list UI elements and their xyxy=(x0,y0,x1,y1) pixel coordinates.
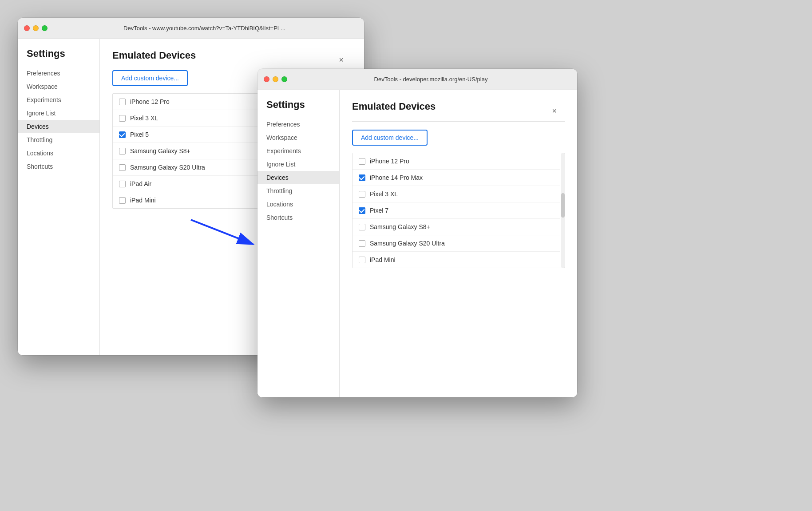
traffic-lights-back xyxy=(24,25,48,31)
close-settings-front[interactable]: × xyxy=(552,107,557,115)
sidebar-item-throttling-front[interactable]: Throttling xyxy=(257,184,339,198)
checkbox-iphone12pro-back[interactable] xyxy=(119,99,126,105)
checkbox-ipadmini-front[interactable] xyxy=(359,257,365,263)
sidebar-back: Settings Preferences Workspace Experimen… xyxy=(18,39,100,355)
checkbox-ipadmini-back[interactable] xyxy=(119,197,126,204)
checkbox-pixel3xl-front[interactable] xyxy=(359,191,365,198)
sidebar-front: Settings Preferences Workspace Experimen… xyxy=(257,90,340,397)
sidebar-item-experiments-front[interactable]: Experiments xyxy=(257,144,339,158)
scrollbar-thumb-front xyxy=(561,193,565,218)
close-button-front[interactable] xyxy=(264,76,269,82)
sidebar-item-ignore-list-front[interactable]: Ignore List xyxy=(257,158,339,171)
device-name-front-2: Pixel 3 XL xyxy=(370,190,398,198)
device-name-back-1: Pixel 3 XL xyxy=(130,115,158,122)
window-title-front: DevTools - developer.mozilla.org/en-US/p… xyxy=(291,76,571,83)
device-name-front-5: Samsung Galaxy S20 Ultra xyxy=(370,240,445,247)
minimize-button-front[interactable] xyxy=(273,76,278,82)
sidebar-item-experiments-back[interactable]: Experiments xyxy=(18,93,99,107)
device-name-front-1: iPhone 14 Pro Max xyxy=(370,174,423,181)
settings-heading-back: Settings xyxy=(18,48,99,67)
checkbox-iphone12pro-front[interactable] xyxy=(359,158,365,165)
device-name-front-4: Samsung Galaxy S8+ xyxy=(370,223,430,230)
sidebar-item-ignore-list-back[interactable]: Ignore List xyxy=(18,107,99,120)
close-settings-back[interactable]: × xyxy=(339,56,344,64)
checkbox-samsungs20-back[interactable] xyxy=(119,164,126,171)
device-item-front-6: iPad Mini xyxy=(353,252,560,268)
checkbox-samsungs20-front[interactable] xyxy=(359,240,365,247)
add-custom-device-button-front[interactable]: Add custom device... xyxy=(352,130,428,146)
sidebar-item-preferences-front[interactable]: Preferences xyxy=(257,118,339,131)
settings-heading-front: Settings xyxy=(257,99,339,118)
device-name-front-6: iPad Mini xyxy=(370,256,396,263)
checkbox-samsungs8-front[interactable] xyxy=(359,224,365,230)
sidebar-item-workspace-back[interactable]: Workspace xyxy=(18,80,99,93)
sidebar-item-locations-back[interactable]: Locations xyxy=(18,147,99,160)
checkbox-pixel7-front[interactable] xyxy=(359,207,365,214)
sidebar-item-locations-front[interactable]: Locations xyxy=(257,198,339,211)
sidebar-item-shortcuts-back[interactable]: Shortcuts xyxy=(18,160,99,173)
emulated-devices-heading-back: Emulated Devices xyxy=(112,50,352,61)
devtools-body-front: Settings Preferences Workspace Experimen… xyxy=(257,90,577,397)
window-front: DevTools - developer.mozilla.org/en-US/p… xyxy=(257,69,577,397)
checkbox-samsungs8-back[interactable] xyxy=(119,148,126,154)
device-name-back-2: Pixel 5 xyxy=(130,131,149,138)
minimize-button-back[interactable] xyxy=(33,25,39,31)
device-name-front-0: iPhone 12 Pro xyxy=(370,158,409,165)
emulated-devices-heading-front: Emulated Devices xyxy=(352,101,565,112)
device-name-back-0: iPhone 12 Pro xyxy=(130,98,170,105)
device-list-front: iPhone 12 Pro iPhone 14 Pro Max Pixel 3 … xyxy=(352,153,565,268)
device-name-back-4: Samsung Galaxy S20 Ultra xyxy=(130,164,205,171)
heading-separator-front xyxy=(352,121,565,122)
device-list-container-front: iPhone 12 Pro iPhone 14 Pro Max Pixel 3 … xyxy=(352,153,565,268)
device-name-back-5: iPad Air xyxy=(130,180,151,187)
device-name-back-6: iPad Mini xyxy=(130,197,156,204)
sidebar-item-throttling-back[interactable]: Throttling xyxy=(18,133,99,147)
scrollbar-front[interactable] xyxy=(561,153,565,268)
device-item-front-0: iPhone 12 Pro xyxy=(353,153,560,170)
checkbox-iphone14promax-front[interactable] xyxy=(359,174,365,181)
checkbox-pixel3xl-back[interactable] xyxy=(119,115,126,122)
sidebar-item-shortcuts-front[interactable]: Shortcuts xyxy=(257,211,339,224)
sidebar-item-devices-front[interactable]: Devices xyxy=(257,171,339,184)
sidebar-item-devices-back[interactable]: Devices xyxy=(18,120,99,133)
sidebar-item-preferences-back[interactable]: Preferences xyxy=(18,67,99,80)
main-content-front: Emulated Devices × Add custom device... … xyxy=(340,90,577,397)
checkbox-ipadair-back[interactable] xyxy=(119,181,126,187)
device-item-front-5: Samsung Galaxy S20 Ultra xyxy=(353,235,560,252)
title-bar-front: DevTools - developer.mozilla.org/en-US/p… xyxy=(257,69,577,90)
title-bar-back: DevTools - www.youtube.com/watch?v=Ta-YT… xyxy=(18,18,364,39)
fullscreen-button-front[interactable] xyxy=(281,76,287,82)
traffic-lights-front xyxy=(264,76,287,82)
window-title-back: DevTools - www.youtube.com/watch?v=Ta-YT… xyxy=(51,25,358,32)
sidebar-item-workspace-front[interactable]: Workspace xyxy=(257,131,339,144)
device-item-front-2: Pixel 3 XL xyxy=(353,186,560,202)
close-button-back[interactable] xyxy=(24,25,30,31)
add-custom-device-button-back[interactable]: Add custom device... xyxy=(112,70,188,86)
device-item-front-3: Pixel 7 xyxy=(353,202,560,219)
device-item-front-1: iPhone 14 Pro Max xyxy=(353,170,560,186)
fullscreen-button-back[interactable] xyxy=(42,25,48,31)
checkbox-pixel5-back[interactable] xyxy=(119,131,126,138)
device-item-front-4: Samsung Galaxy S8+ xyxy=(353,219,560,235)
device-name-back-3: Samsung Galaxy S8+ xyxy=(130,147,190,154)
device-name-front-3: Pixel 7 xyxy=(370,207,388,214)
